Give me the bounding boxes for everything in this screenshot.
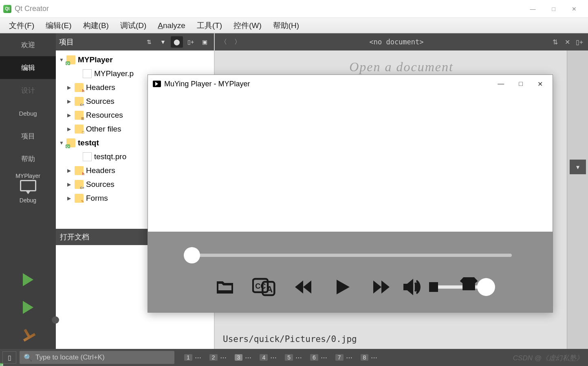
output-tab-4[interactable]: 4⋯	[256, 351, 280, 364]
run-button[interactable]	[0, 266, 56, 294]
run-debug-button[interactable]	[0, 294, 56, 321]
play-icon	[23, 301, 33, 314]
link-button[interactable]: ⬤	[171, 36, 183, 48]
player-maximize-button[interactable]: □	[519, 80, 523, 88]
sidebar-debug[interactable]: Debug	[0, 102, 56, 125]
outline-button[interactable]: ▾	[570, 160, 586, 174]
sidebar-help[interactable]: 帮助	[0, 147, 56, 170]
menu-build[interactable]: 构建(B)	[77, 19, 115, 33]
menu-edit[interactable]: 编辑(E)	[40, 19, 77, 33]
output-tab-5[interactable]: 5⋯	[282, 351, 305, 364]
doc-dropdown-button[interactable]: ⇅	[550, 37, 560, 47]
play-button[interactable]	[330, 277, 354, 297]
maximize-button[interactable]: □	[552, 6, 555, 12]
kit-mode: Debug	[0, 197, 56, 204]
menu-help[interactable]: 帮助(H)	[267, 19, 305, 33]
sort-button[interactable]: ⇅	[143, 36, 155, 48]
player-controls: CCA	[148, 232, 553, 312]
close-doc-button[interactable]: ✕	[562, 37, 573, 47]
bug-icon	[52, 316, 59, 324]
close-button[interactable]: ✕	[572, 6, 577, 12]
watermark: CSDN @《虚幻私塾》	[513, 353, 583, 363]
menu-tools[interactable]: 工具(T)	[191, 19, 228, 33]
view-button[interactable]: ▣	[198, 36, 211, 48]
player-app-icon	[153, 81, 161, 87]
player-close-button[interactable]: ✕	[537, 80, 543, 88]
sidebar-edit[interactable]: 编辑	[0, 56, 56, 79]
output-tab-7[interactable]: 7⋯	[332, 351, 356, 364]
project-pane-header: 项目 ⇅ ▼ ⬤ ▯+ ▣	[56, 33, 214, 50]
title-bar: Qt Qt Creator — □ ✕	[0, 0, 588, 18]
svg-text:CC: CC	[255, 282, 266, 290]
volume-handle[interactable]	[477, 278, 495, 296]
tree-project-myplayer[interactable]: ▼MYPlayer	[56, 53, 214, 67]
hammer-icon	[19, 326, 37, 344]
menu-bar: 文件(F) 编辑(E) 构建(B) 调试(D) Analyze 工具(T) 控件…	[0, 18, 588, 33]
output-tab-2[interactable]: 2⋯	[206, 351, 230, 364]
menu-debug[interactable]: 调试(D)	[115, 19, 152, 33]
open-document-hint: Open a document	[349, 59, 454, 75]
svg-text:A: A	[266, 284, 273, 294]
build-button[interactable]	[0, 321, 56, 349]
monitor-icon	[20, 180, 36, 191]
menu-file[interactable]: 文件(F)	[3, 19, 40, 33]
editor-toolbar: 〈 〉 <no document> ⇅ ✕ ▯+	[215, 33, 588, 50]
volume-slider[interactable]	[431, 285, 488, 289]
filter-button[interactable]: ▼	[157, 36, 169, 48]
pane-title: 项目	[59, 37, 74, 47]
editor-right-strip: ▾	[567, 50, 588, 349]
window-title: Qt Creator	[15, 4, 49, 13]
output-tab-6[interactable]: 6⋯	[307, 351, 330, 364]
stop-icon	[429, 282, 438, 292]
output-tab-3[interactable]: 3⋯	[231, 351, 255, 364]
search-placeholder: Type to locate (Ctrl+K)	[35, 353, 105, 362]
player-minimize-button[interactable]: —	[498, 80, 504, 88]
sidebar-design[interactable]: 设计	[0, 79, 56, 102]
seek-slider[interactable]	[189, 254, 512, 257]
play-icon	[23, 273, 33, 286]
player-window: MuYing Player - MYPlayer — □ ✕ CCA	[148, 75, 553, 313]
menu-analyze[interactable]: Analyze	[152, 20, 191, 32]
toggle-sidebar-button[interactable]: ▯	[2, 351, 16, 364]
output-tab-8[interactable]: 8⋯	[357, 351, 381, 364]
hidden-path-text: Users/quick/Pictures/0.jpg	[223, 334, 357, 344]
kit-name: MYPlayer	[0, 173, 56, 179]
sidebar-projects[interactable]: 项目	[0, 125, 56, 147]
split-editor-button[interactable]: ▯+	[574, 37, 585, 47]
search-icon: 🔍	[24, 353, 32, 362]
kit-selector[interactable]: MYPlayer Debug	[0, 173, 56, 204]
split-button[interactable]: ▯+	[185, 36, 197, 48]
bottom-bar: ▯ 🔍 Type to locate (Ctrl+K) 1⋯ 2⋯ 3⋯ 4⋯ …	[0, 349, 588, 366]
output-tab-1[interactable]: 1⋯	[181, 351, 205, 364]
sidebar-welcome[interactable]: 欢迎	[0, 33, 56, 56]
player-titlebar[interactable]: MuYing Player - MYPlayer — □ ✕	[148, 75, 553, 93]
nav-arrows: 〈 〉	[218, 37, 243, 47]
cc-subtitle-button[interactable]: CCA	[252, 277, 276, 297]
minimize-button[interactable]: —	[530, 6, 536, 12]
mode-sidebar: 欢迎 编辑 设计 Debug 项目 帮助 MYPlayer Debug	[0, 33, 56, 349]
rewind-button[interactable]	[291, 277, 315, 297]
window-controls: — □ ✕	[530, 6, 585, 12]
qt-logo-icon: Qt	[3, 5, 11, 13]
locator-search[interactable]: 🔍 Type to locate (Ctrl+K)	[20, 351, 174, 364]
forward-button[interactable]	[370, 277, 393, 297]
player-title-text: MuYing Player - MYPlayer	[164, 80, 250, 88]
output-tabs: 1⋯ 2⋯ 3⋯ 4⋯ 5⋯ 6⋯ 7⋯ 8⋯	[181, 351, 381, 364]
nav-forward-button[interactable]: 〉	[232, 37, 243, 47]
menu-widgets[interactable]: 控件(W)	[228, 19, 267, 33]
player-video-area	[148, 93, 553, 232]
volume-icon[interactable]	[400, 277, 423, 297]
open-file-button[interactable]	[213, 277, 237, 297]
seek-handle[interactable]	[184, 247, 200, 263]
nav-back-button[interactable]: 〈	[218, 37, 229, 47]
document-selector[interactable]: <no document>	[243, 38, 550, 46]
